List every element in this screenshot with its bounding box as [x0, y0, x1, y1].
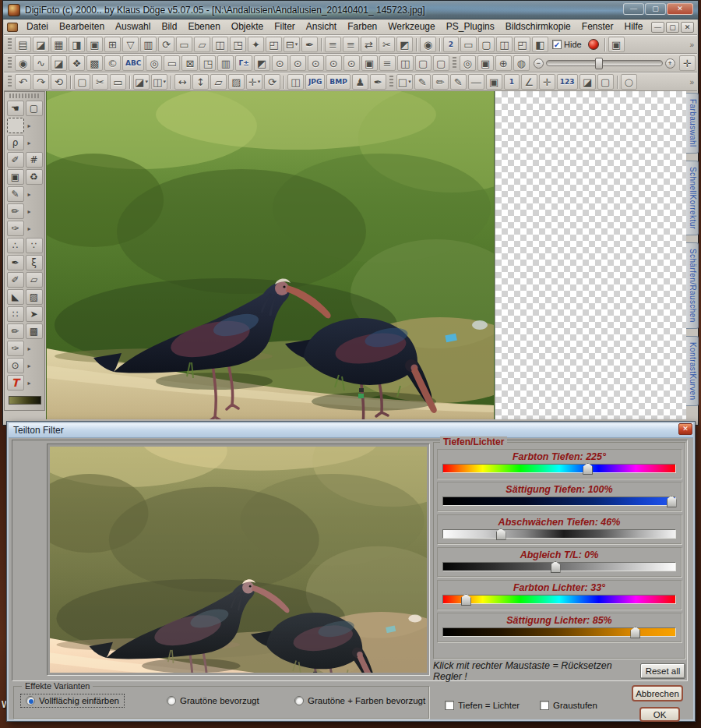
blank-tool-1-icon[interactable]: ▢	[415, 55, 432, 71]
resize-tool-icon[interactable]: ✛▾	[246, 74, 262, 90]
new-page-icon[interactable]: ▢	[74, 74, 90, 90]
line-tool-icon[interactable]: ―	[468, 74, 484, 90]
browse-thumbnails-icon[interactable]: ▦	[51, 37, 67, 52]
move-cross-icon[interactable]: ✛	[539, 74, 555, 90]
zoom-slider-track[interactable]	[546, 60, 663, 66]
red-eye-2-icon[interactable]: ⊙	[290, 55, 306, 71]
zoom-in-tool-icon[interactable]: ⊕	[495, 55, 512, 71]
title-tool-icon[interactable]: ⊠	[181, 55, 198, 71]
screen-camcorder-icon[interactable]: ▣	[608, 37, 625, 52]
toolbox-grip[interactable]	[9, 94, 40, 98]
filmstrip-icon[interactable]: ▥	[140, 37, 157, 52]
fit-width-icon[interactable]: ↔	[174, 74, 191, 90]
toolbar-grip[interactable]	[8, 76, 12, 88]
minimize-button[interactable]: —	[623, 3, 644, 15]
magnifier-icon[interactable]: ○	[621, 74, 637, 90]
dialog-close-button[interactable]: ✕	[678, 423, 692, 435]
photo-pair-icon[interactable]: ◫	[397, 55, 414, 71]
brush-flyout-arrow[interactable]: ▸	[26, 203, 43, 219]
text-abc-tool-button[interactable]: ABC	[122, 55, 144, 71]
menu-ansicht[interactable]: Ansicht	[301, 19, 342, 34]
photo-portrait-icon[interactable]: ◎	[146, 55, 162, 71]
tab-schaerfen-rauschen[interactable]: Schärfen/Rauschen	[686, 242, 699, 329]
text-box-tool-icon[interactable]: ▭	[164, 55, 180, 71]
zoom-in-button[interactable]: +	[665, 58, 675, 69]
blank-page-icon[interactable]: ▢	[597, 74, 614, 90]
knife-tool-icon[interactable]: ✐	[7, 152, 24, 168]
zoom-page-icon[interactable]: ▣	[477, 55, 494, 71]
reload-image-icon[interactable]: ⟳	[158, 37, 174, 52]
crop-tool-icon[interactable]: #	[26, 152, 43, 168]
canvas-photo[interactable]	[46, 91, 495, 419]
menu-werkzeuge[interactable]: Werkzeuge	[382, 19, 440, 34]
angle-tool-icon[interactable]: ∠	[521, 74, 537, 90]
key-protect-icon[interactable]: ✦	[248, 37, 264, 52]
open-image-icon[interactable]: ▤	[15, 37, 31, 52]
compare-copy-icon[interactable]: ◫	[287, 74, 304, 90]
spray-large-icon[interactable]: ∵	[26, 238, 43, 253]
menu-auswahl[interactable]: Auswahl	[110, 19, 156, 34]
save-image-icon[interactable]: ◫	[212, 37, 228, 52]
blank-tool-2-icon[interactable]: ▢	[433, 55, 449, 71]
menu-ebenen[interactable]: Ebenen	[182, 19, 225, 34]
red-eye-3-icon[interactable]: ⊙	[308, 55, 324, 71]
export-share-icon[interactable]: ✒	[301, 37, 318, 52]
hand-tool-icon[interactable]: ☚	[7, 101, 24, 116]
print-image-icon[interactable]: ⊟▾	[284, 37, 300, 52]
exif-rotate-icon[interactable]: ⇄	[361, 37, 377, 52]
toolbar-grip[interactable]	[8, 57, 12, 69]
camera-capture-icon[interactable]: ◉	[420, 37, 436, 52]
frame-photo-icon[interactable]: ◳	[199, 55, 216, 71]
maximize-button[interactable]: ▢	[645, 3, 666, 15]
texture-tool-icon[interactable]: ▨	[228, 74, 245, 90]
tab-farbauswahl[interactable]: Farbauswahl	[686, 93, 699, 154]
menu-fenster[interactable]: Fenster	[576, 19, 619, 34]
vector-pen-icon[interactable]: ✒	[370, 74, 386, 90]
color-picker-icon[interactable]: ✑	[7, 341, 24, 356]
zoom-slider-thumb[interactable]	[595, 58, 603, 69]
abgleich-tl-slider[interactable]	[442, 562, 676, 571]
zoom-slider[interactable]: −+	[534, 58, 675, 69]
toolbar-overflow-3-icon[interactable]: »	[689, 78, 696, 87]
grid-view-icon[interactable]: ⊞	[104, 37, 121, 52]
exif-info-1-icon[interactable]: ≡	[325, 37, 341, 52]
close-button[interactable]: ✕	[667, 3, 693, 15]
red-eye-tool-icon[interactable]: ⊙	[7, 358, 24, 373]
saettigung-tiefen-slider[interactable]	[442, 497, 676, 506]
exif-info-2-icon[interactable]: ≡	[343, 37, 359, 52]
pattern-fill-icon[interactable]: ▩	[26, 323, 43, 339]
menu-farben[interactable]: Farben	[342, 19, 382, 34]
window-layout-4-icon[interactable]: ◰	[514, 37, 530, 52]
cut-icon[interactable]: ✂	[92, 74, 108, 90]
redo-icon[interactable]: ↷	[33, 74, 49, 90]
window-clear-icon[interactable]: ◧	[532, 37, 548, 52]
copy-frame-icon[interactable]: ▭	[110, 74, 126, 90]
abschwaechen-tiefen-slider[interactable]	[442, 529, 676, 539]
ok-button[interactable]: OK	[639, 707, 680, 722]
toolbar-overflow-1-icon[interactable]: »	[689, 41, 696, 49]
saettigung-lichter-slider[interactable]	[442, 627, 676, 637]
color-wheel-icon[interactable]: ◉	[15, 55, 31, 71]
title-bar[interactable]: DigiFoto (c) 2000.. by Klaus Döge v5.07.…	[3, 1, 698, 19]
window-frame-icon[interactable]: ◰	[266, 37, 282, 52]
smudge-flyout-arrow[interactable]: ▸	[26, 221, 43, 236]
redeye-flyout-arrow[interactable]: ▸	[26, 358, 43, 373]
save-disk-icon[interactable]: ▣	[7, 169, 24, 185]
menu-bildschirmkopie[interactable]: Bildschirmkopie	[500, 19, 576, 34]
image-viewer-icon[interactable]: ◨	[69, 37, 85, 52]
menu-ps-plugins[interactable]: PS_Plugins	[441, 19, 500, 34]
copy-image-icon[interactable]: ◳	[230, 37, 246, 52]
pen-edit-icon[interactable]: ✏	[432, 74, 449, 90]
trash-delete-icon[interactable]: ♻	[26, 169, 43, 185]
ruler-one-button[interactable]: 1	[504, 74, 520, 90]
window-layout-3-icon[interactable]: ◫	[496, 37, 513, 52]
radio-grautoene-farben-bevorzugt[interactable]: Grautöne + Farben bevorzugt	[294, 696, 425, 705]
curves-tool-icon[interactable]: ∿	[33, 55, 49, 71]
stamp-tool-icon[interactable]: ♟	[352, 74, 368, 90]
import-image-icon[interactable]: ◪▾	[133, 74, 150, 90]
marquee-select-icon[interactable]	[7, 118, 24, 133]
filter-funnel-icon[interactable]: ▽	[122, 37, 139, 52]
pen-draw-icon[interactable]: ✎	[414, 74, 431, 90]
paste-clipboard-icon[interactable]: ▣	[86, 37, 103, 52]
gradient-bar-icon[interactable]: ▥	[217, 55, 234, 71]
